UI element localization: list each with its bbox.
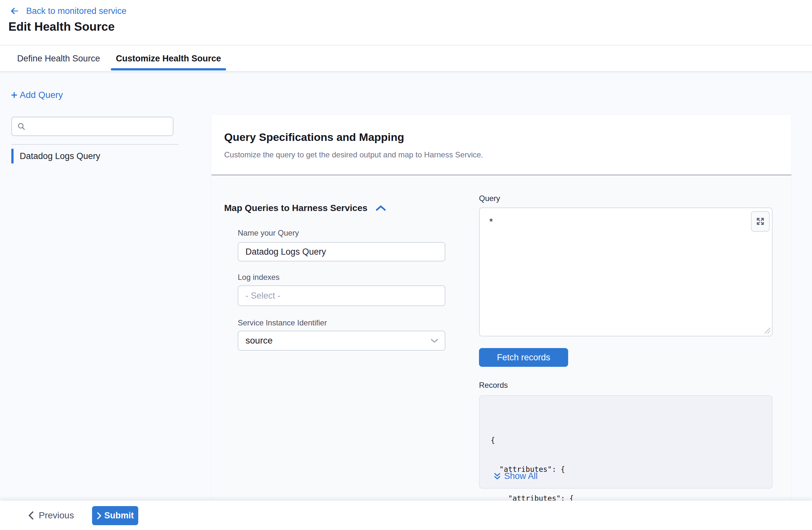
search-icon bbox=[17, 122, 26, 131]
tab-customize-health-source[interactable]: Customize Health Source bbox=[111, 46, 227, 71]
query-search-box bbox=[11, 117, 173, 136]
back-link[interactable]: Back to monitored service bbox=[9, 6, 127, 16]
service-instance-identifier-label: Service Instance Identifier bbox=[238, 318, 327, 327]
service-instance-value: source bbox=[245, 335, 273, 346]
show-all-label: Show All bbox=[504, 471, 538, 481]
show-all-link[interactable]: Show All bbox=[493, 471, 538, 481]
fetch-records-button[interactable]: Fetch records bbox=[479, 348, 568, 367]
name-your-query-label: Name your Query bbox=[238, 228, 299, 238]
records-panel: { "attributes": { "attributes": { "date"… bbox=[479, 395, 773, 489]
query-list-item-label: Datadog Logs Query bbox=[20, 151, 100, 161]
plus-icon bbox=[9, 90, 19, 100]
card-title: Query Specifications and Mapping bbox=[224, 131, 404, 143]
chevron-right-icon bbox=[97, 512, 102, 519]
previous-label: Previous bbox=[39, 510, 74, 521]
service-instance-dropdown[interactable]: source bbox=[238, 331, 445, 350]
page-header: Back to monitored service Edit Health So… bbox=[0, 0, 812, 46]
chevron-down-icon bbox=[430, 338, 439, 344]
query-name-input[interactable] bbox=[238, 242, 445, 261]
page-title: Edit Health Source bbox=[9, 20, 115, 33]
chevron-up-icon[interactable] bbox=[375, 204, 386, 212]
card-body: Map Queries to Harness Services Name you… bbox=[212, 174, 791, 501]
selected-indicator-bar bbox=[11, 149, 14, 163]
search-input[interactable] bbox=[29, 117, 173, 135]
records-label: Records bbox=[479, 381, 508, 390]
previous-button[interactable]: Previous bbox=[28, 501, 74, 530]
expand-icon bbox=[756, 217, 765, 226]
card-subtitle: Customize the query to get the desired o… bbox=[224, 150, 483, 159]
submit-button[interactable]: Submit bbox=[92, 506, 138, 525]
content-area: Add Query Datadog Logs Query Query Speci… bbox=[0, 71, 812, 501]
tab-bar: Define Health Source Customize Health So… bbox=[0, 46, 812, 71]
query-spec-card: Query Specifications and Mapping Customi… bbox=[212, 115, 791, 501]
add-query-button[interactable]: Add Query bbox=[9, 90, 63, 100]
back-arrow-icon bbox=[9, 6, 20, 16]
records-json-line: { bbox=[491, 435, 613, 445]
add-query-label: Add Query bbox=[20, 90, 63, 100]
double-chevron-down-icon bbox=[493, 472, 501, 480]
map-queries-section-header: Map Queries to Harness Services bbox=[224, 203, 386, 213]
footer-bar: Previous Submit bbox=[0, 501, 812, 530]
expand-query-button[interactable] bbox=[751, 211, 770, 232]
page: Back to monitored service Edit Health So… bbox=[0, 0, 812, 530]
query-list-item[interactable]: Datadog Logs Query bbox=[11, 148, 100, 164]
query-label: Query bbox=[479, 194, 500, 203]
query-editor: * bbox=[479, 207, 773, 336]
tab-define-health-source[interactable]: Define Health Source bbox=[12, 46, 105, 71]
chevron-left-icon bbox=[28, 511, 34, 520]
map-queries-section-title: Map Queries to Harness Services bbox=[224, 203, 367, 213]
submit-label: Submit bbox=[104, 511, 134, 521]
back-link-label: Back to monitored service bbox=[26, 6, 127, 16]
sidebar-divider bbox=[11, 144, 179, 145]
log-indexes-label: Log indexes bbox=[238, 273, 279, 282]
log-indexes-select[interactable] bbox=[238, 285, 445, 306]
query-textarea[interactable]: * bbox=[479, 207, 773, 336]
resize-handle[interactable] bbox=[764, 327, 771, 334]
